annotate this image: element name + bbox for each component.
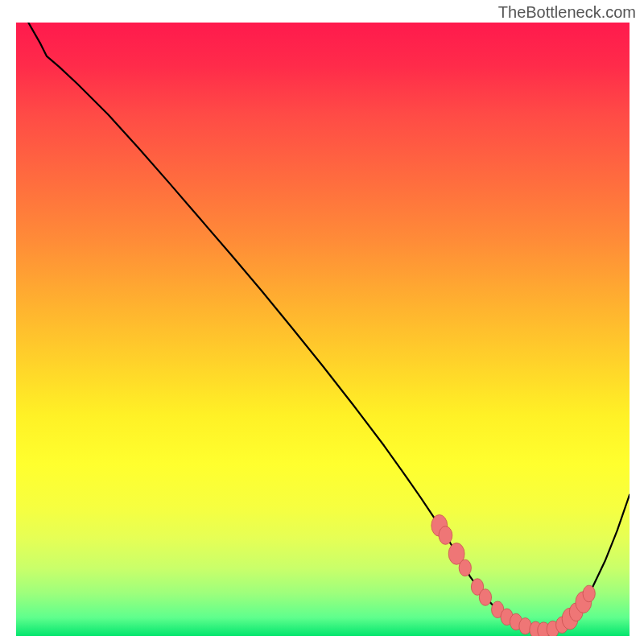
curve-marker bbox=[479, 589, 491, 606]
attribution-text: TheBottleneck.com bbox=[498, 3, 636, 22]
curve-marker bbox=[439, 526, 452, 545]
curve-markers bbox=[431, 514, 595, 636]
bottleneck-curve bbox=[28, 23, 630, 630]
chart-plot-area bbox=[16, 23, 630, 636]
chart-overlay bbox=[16, 23, 630, 636]
curve-marker bbox=[583, 585, 595, 602]
curve-marker bbox=[459, 559, 471, 576]
